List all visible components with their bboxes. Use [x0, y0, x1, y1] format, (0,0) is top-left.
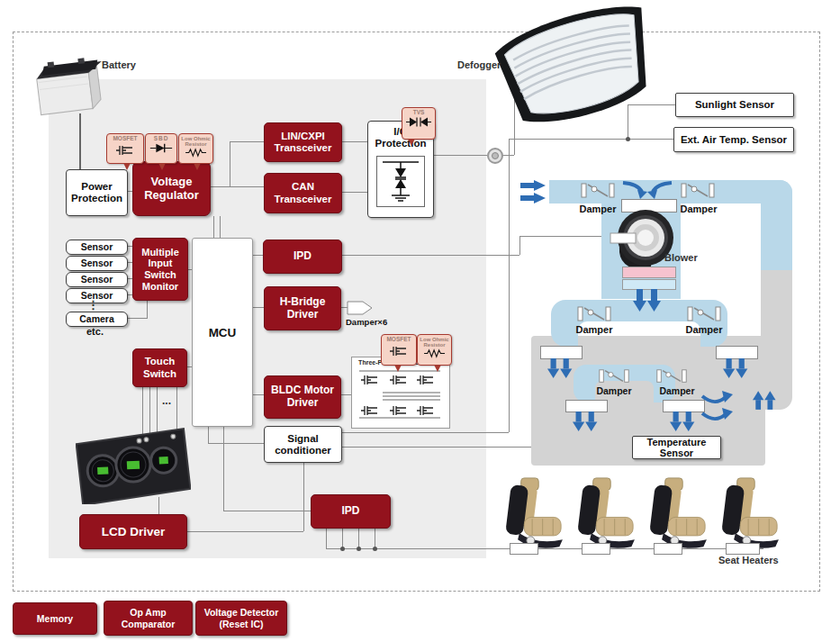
seat-image-4	[713, 475, 785, 552]
touch-wire-dots: ...	[162, 394, 171, 407]
wire	[303, 461, 304, 531]
damper-symbol-6	[655, 368, 688, 384]
damper-label-3: Damper	[569, 324, 619, 335]
h-bridge-driver-box: H-Bridge Driver	[264, 286, 341, 330]
tvs-callout-label: TVS	[413, 110, 425, 116]
wire	[432, 155, 487, 156]
damper-x6-arrow	[347, 300, 374, 316]
tvs-callout: TVS	[402, 107, 436, 140]
seat-heater-element-2	[582, 543, 610, 555]
junction-dot	[357, 547, 361, 551]
damper-label-5: Damper	[589, 385, 639, 396]
wire	[251, 307, 264, 308]
bldc-motor-driver-box: BLDC Motor Driver	[264, 375, 341, 419]
wire	[223, 425, 224, 511]
seat-image-3	[641, 475, 713, 552]
resistor-icon	[422, 348, 447, 358]
ipd-box-1: IPD	[263, 240, 342, 274]
sensor-box-3: Sensor	[66, 272, 128, 287]
damper-label-2: Damper	[673, 203, 724, 214]
vent-arrows-1	[547, 358, 574, 379]
callout-tail	[434, 365, 441, 372]
mosfet-callout-label: MOSFET	[113, 136, 137, 142]
wire	[340, 192, 367, 193]
callout-tail	[194, 163, 201, 170]
wire	[220, 216, 221, 239]
vent-box-3	[565, 400, 608, 412]
camera-box: Camera	[66, 312, 128, 327]
vertical-dots: ⋮	[87, 298, 99, 312]
connector-grommet	[487, 148, 503, 164]
mosfet-icon	[388, 343, 410, 358]
wire	[326, 527, 327, 549]
wire	[501, 155, 514, 156]
callout-tail	[158, 163, 166, 170]
tvs-icon	[405, 116, 432, 128]
seat-heaters-label: Seat Heaters	[718, 555, 779, 565]
vent-arrows-4	[670, 411, 697, 432]
damper-label-6: Damper	[652, 385, 702, 396]
blower-label: Blower	[664, 252, 698, 263]
sbd-callout-label: SBD	[154, 136, 169, 142]
vent-arrows-2	[723, 358, 750, 379]
ipd-box-2: IPD	[311, 494, 391, 529]
sensor-box-1: Sensor	[66, 240, 128, 255]
duct-right-upper	[761, 180, 792, 281]
damper-x6-label: Damper×6	[346, 317, 387, 327]
sunlight-sensor-box: Sunlight Sensor	[675, 93, 794, 117]
automotive-hvac-block-diagram: Battery Power Protection Voltage Regulat…	[0, 0, 840, 642]
seat-heater-element-3	[654, 543, 682, 555]
wire	[213, 216, 214, 239]
sensor-box-2: Sensor	[66, 256, 128, 271]
temperature-sensor-box: Temperature Sensor	[632, 436, 721, 459]
power-protection-box: Power Protection	[66, 169, 128, 216]
signal-conditioner-box: Signal conditioner	[264, 426, 342, 463]
wire	[340, 432, 509, 433]
intake-curved-arrows	[619, 180, 675, 200]
battery-image	[25, 52, 106, 121]
wire	[340, 255, 519, 256]
can-transceiver-box: CAN Transceiver	[264, 173, 342, 213]
multiple-input-switch-monitor-box: Multiple Input Switch Monitor	[132, 238, 188, 301]
wire	[208, 443, 264, 444]
lcd-driver-box: LCD Driver	[79, 514, 187, 549]
mosfet-callout: MOSFET	[106, 133, 144, 164]
recirculation-arrows	[699, 389, 736, 429]
air-inlet-arrows	[520, 180, 547, 203]
wire	[519, 236, 520, 255]
damper-symbol-3	[576, 305, 612, 323]
etc-label: etc.	[86, 326, 104, 337]
wire	[223, 511, 311, 511]
diode-icon	[149, 142, 174, 154]
touch-switch-box: Touch Switch	[132, 348, 187, 387]
mcu-box: MCU	[192, 238, 253, 427]
wire	[185, 531, 303, 532]
callout-tail	[394, 365, 402, 372]
defogger-image	[484, 0, 669, 133]
wire	[127, 318, 147, 319]
vent-arrows-3	[573, 411, 600, 432]
defogger-label: Defogger	[457, 59, 501, 70]
junction-dot	[340, 547, 345, 551]
vent-box-1	[540, 346, 583, 359]
wire	[230, 141, 264, 142]
mosfet-callout-2: MOSFET	[381, 334, 417, 366]
wire	[208, 425, 209, 443]
vent-box-2	[716, 346, 758, 359]
wire	[79, 113, 81, 169]
instrument-cluster-image	[76, 427, 191, 504]
low-ohmic-label: Low Ohmic Resistor	[181, 136, 210, 148]
mosfet-icon	[114, 142, 136, 158]
damper-symbol-4	[686, 305, 722, 323]
op-amp-comparator-chip: Op Amp Comparator	[104, 601, 193, 636]
damper-label-4: Damper	[679, 324, 729, 335]
callout-tail	[123, 163, 131, 170]
damper-symbol-1	[580, 182, 616, 200]
wire	[230, 141, 230, 187]
seat-heater-element-4	[726, 543, 760, 555]
sbd-callout: SBD	[145, 133, 177, 164]
memory-chip: Memory	[13, 602, 97, 635]
low-ohmic-resistor-callout: Low Ohmic Resistor	[178, 133, 213, 164]
resistor-icon	[184, 148, 209, 158]
inverter-circuit-icon	[352, 366, 446, 423]
